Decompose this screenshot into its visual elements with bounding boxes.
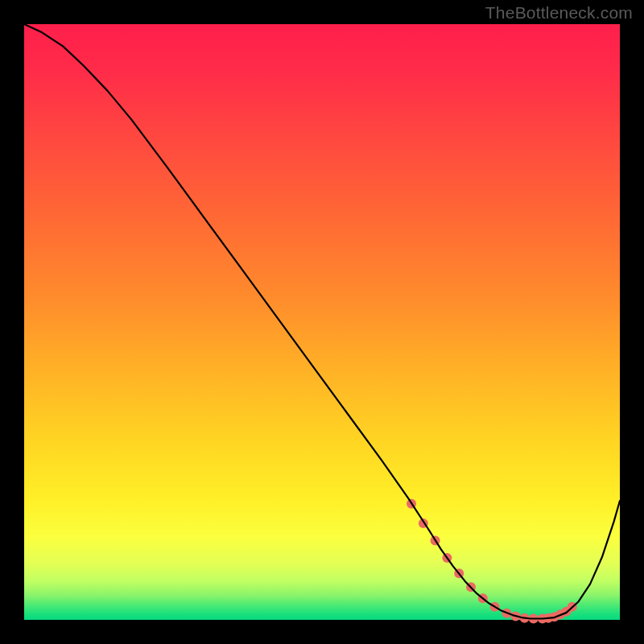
plot-background [24, 24, 620, 620]
chart-stage: TheBottleneck.com [0, 0, 644, 644]
bottleneck-plot [0, 0, 644, 644]
watermark-text: TheBottleneck.com [485, 3, 633, 23]
